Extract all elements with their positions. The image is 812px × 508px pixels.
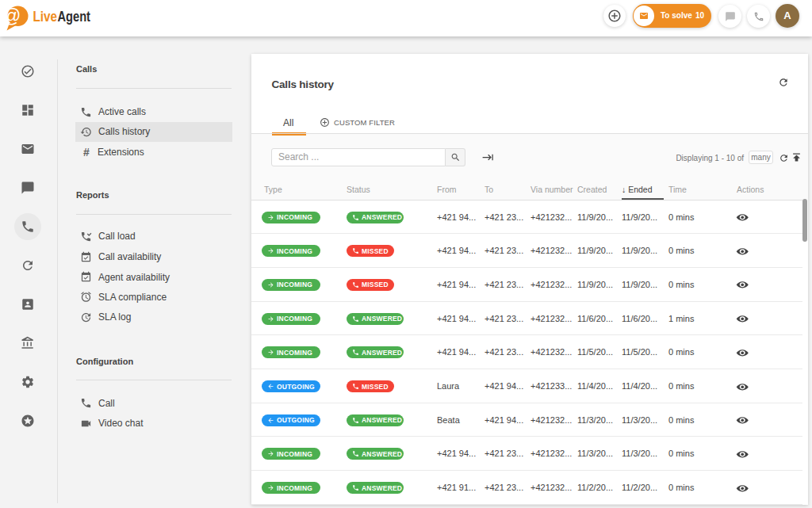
svg-text:Agent: Agent xyxy=(58,8,91,25)
svg-text:@: @ xyxy=(2,6,21,26)
svg-text:Live: Live xyxy=(33,8,58,25)
